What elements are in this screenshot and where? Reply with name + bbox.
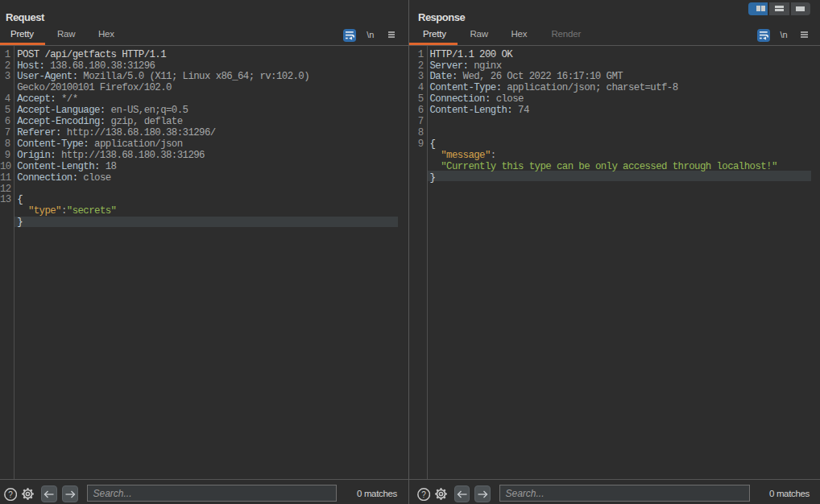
svg-text:?: ? bbox=[421, 490, 426, 498]
svg-text:?: ? bbox=[8, 490, 13, 499]
